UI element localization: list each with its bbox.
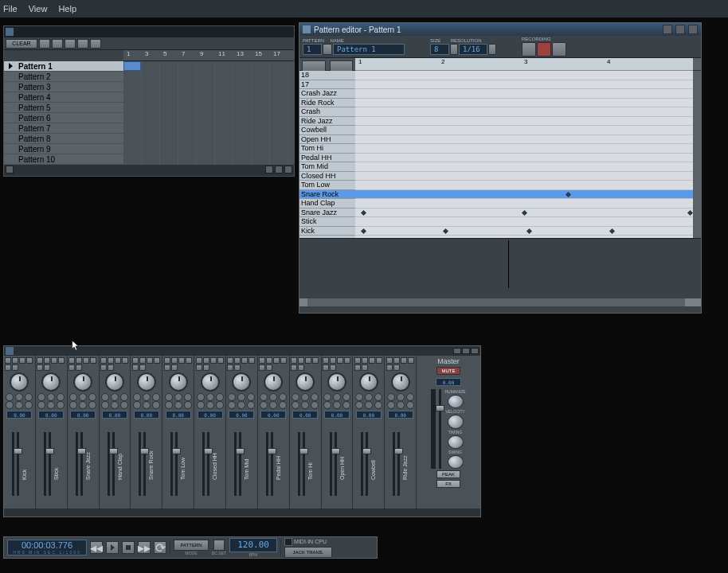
channel-button[interactable]	[139, 364, 146, 371]
hear-button[interactable]	[522, 42, 536, 57]
pan-knob[interactable]	[264, 372, 283, 392]
send-knob[interactable]	[323, 401, 331, 409]
send-knob[interactable]	[365, 401, 373, 409]
send-knob[interactable]	[133, 401, 141, 409]
channel-button[interactable]	[344, 357, 350, 364]
channel-fader[interactable]	[143, 432, 146, 496]
pan-knob[interactable]	[169, 372, 188, 392]
channel-fader[interactable]	[366, 432, 368, 496]
close-button[interactable]	[688, 25, 698, 34]
send-knob[interactable]	[143, 401, 151, 409]
send-knob[interactable]	[143, 393, 151, 401]
pattern-grid-row[interactable]	[355, 190, 693, 200]
se-tool-button-3[interactable]	[65, 39, 76, 49]
bcset-button[interactable]	[213, 540, 225, 551]
note-event[interactable]	[361, 228, 366, 233]
channel-button[interactable]	[164, 364, 170, 371]
se-tool-button-5[interactable]	[90, 39, 101, 49]
master-fader[interactable]	[439, 389, 441, 469]
channel-button[interactable]	[354, 364, 361, 371]
note-event[interactable]	[687, 209, 693, 215]
menu-help[interactable]: Help	[58, 4, 76, 14]
channel-button[interactable]	[51, 357, 57, 364]
send-knob[interactable]	[79, 401, 87, 409]
channel-button[interactable]	[330, 364, 336, 371]
channel-button[interactable]	[323, 364, 329, 371]
send-knob[interactable]	[333, 393, 341, 401]
channel-button[interactable]	[132, 357, 139, 364]
send-knob[interactable]	[397, 401, 405, 409]
channel-button[interactable]	[196, 364, 202, 371]
send-knob[interactable]	[406, 393, 414, 401]
channel-button[interactable]	[227, 357, 233, 364]
pattern-list-item[interactable]: Pattern 7	[4, 123, 123, 134]
send-knob[interactable]	[197, 401, 205, 409]
send-knob[interactable]	[165, 393, 173, 401]
note-event[interactable]	[609, 228, 615, 233]
send-knob[interactable]	[301, 401, 309, 409]
send-knob[interactable]	[301, 393, 309, 401]
channel-button[interactable]	[227, 364, 233, 371]
instrument-track-label[interactable]: Tom Low	[299, 181, 355, 190]
channel-fader[interactable]	[335, 432, 337, 496]
send-knob[interactable]	[269, 393, 277, 401]
pattern-number-lcd[interactable]: 1	[303, 44, 322, 55]
track-header-btn-2[interactable]	[330, 60, 354, 72]
send-knob[interactable]	[120, 393, 128, 401]
master-mute-button[interactable]: MUTE	[436, 367, 460, 375]
send-knob[interactable]	[237, 393, 245, 401]
pattern-grid-row[interactable]	[355, 71, 693, 80]
channel-button[interactable]	[171, 357, 178, 364]
channel-button[interactable]	[401, 357, 407, 364]
record-button[interactable]	[537, 42, 551, 57]
scroll-nav-3[interactable]	[284, 166, 292, 173]
send-knob[interactable]	[6, 393, 14, 401]
channel-button[interactable]	[76, 357, 82, 364]
send-knob[interactable]	[47, 393, 55, 401]
send-knob[interactable]	[237, 401, 245, 409]
channel-button[interactable]	[337, 357, 343, 364]
channel-button[interactable]	[203, 364, 209, 371]
resolution-lcd[interactable]: 1/16	[459, 44, 487, 55]
send-knob[interactable]	[365, 393, 373, 401]
pattern-hscroll[interactable]	[299, 298, 701, 306]
minimize-button[interactable]	[663, 25, 672, 34]
channel-button[interactable]	[234, 357, 241, 364]
size-spinner[interactable]	[450, 44, 458, 55]
channel-button[interactable]	[154, 357, 160, 364]
rewind-button[interactable]: ◂◂	[90, 541, 103, 554]
pattern-editor-titlebar[interactable]: Pattern editor - Pattern 1	[299, 23, 701, 36]
send-knob[interactable]	[311, 393, 319, 401]
pan-knob[interactable]	[296, 372, 315, 392]
channel-button[interactable]	[196, 357, 202, 364]
se-tool-button-1[interactable]	[39, 39, 50, 49]
pan-knob[interactable]	[359, 372, 378, 392]
channel-button[interactable]	[83, 357, 89, 364]
send-knob[interactable]	[111, 401, 119, 409]
channel-fader[interactable]	[207, 432, 209, 496]
instrument-track-label[interactable]: Snare Jazz	[299, 209, 355, 218]
mixer-minimize[interactable]	[453, 348, 461, 354]
send-knob[interactable]	[216, 393, 224, 401]
song-editor-scrollbar[interactable]	[4, 165, 294, 174]
scroll-left-icon[interactable]	[6, 166, 14, 173]
send-knob[interactable]	[311, 401, 319, 409]
channel-button[interactable]	[312, 357, 319, 364]
pan-knob[interactable]	[201, 372, 220, 392]
pattern-grid-row[interactable]	[355, 209, 693, 218]
send-knob[interactable]	[406, 401, 414, 409]
send-knob[interactable]	[47, 401, 55, 409]
midi-in-toggle[interactable]	[284, 538, 292, 546]
channel-fader[interactable]	[271, 432, 273, 496]
pattern-grid-row[interactable]	[355, 126, 693, 135]
channel-button[interactable]	[362, 364, 368, 371]
pattern-list-item[interactable]: Pattern 10	[4, 154, 123, 165]
pattern-grid[interactable]	[355, 71, 693, 238]
channel-button[interactable]	[408, 357, 414, 364]
instrument-track-label[interactable]: Snare Rock	[299, 190, 355, 200]
channel-button[interactable]	[393, 357, 400, 364]
song-block[interactable]	[123, 61, 141, 71]
send-knob[interactable]	[57, 393, 65, 401]
channel-button[interactable]	[178, 357, 185, 364]
send-knob[interactable]	[397, 393, 405, 401]
